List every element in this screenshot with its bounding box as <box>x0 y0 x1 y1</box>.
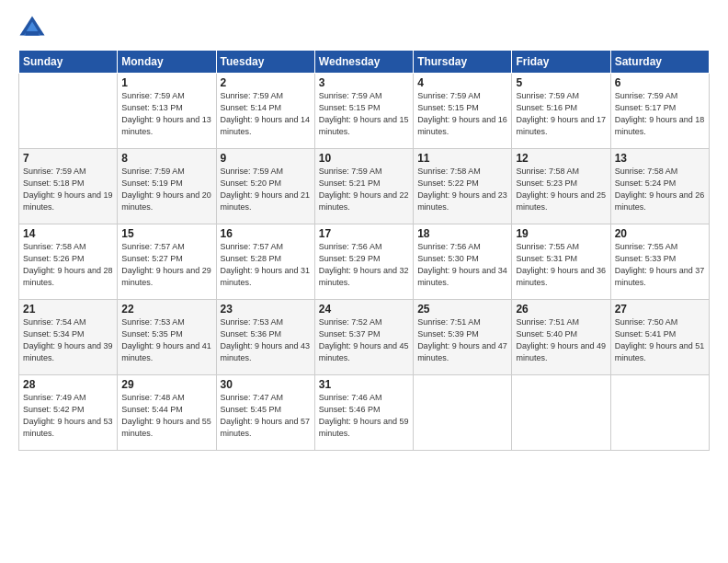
day-number: 18 <box>417 227 507 240</box>
day-number: 17 <box>319 227 409 240</box>
day-info: Sunrise: 7:59 AMSunset: 5:19 PMDaylight:… <box>121 166 211 213</box>
weekday-header-tuesday: Tuesday <box>216 51 314 74</box>
day-info: Sunrise: 7:59 AMSunset: 5:15 PMDaylight:… <box>319 90 409 138</box>
day-number: 2 <box>221 76 311 89</box>
day-number: 25 <box>417 303 507 316</box>
calendar-cell: 26Sunrise: 7:51 AMSunset: 5:40 PMDayligh… <box>512 300 610 375</box>
day-number: 8 <box>121 152 211 165</box>
weekday-header-monday: Monday <box>118 51 216 74</box>
day-info: Sunrise: 7:58 AMSunset: 5:26 PMDaylight:… <box>23 241 113 289</box>
calendar-cell: 5Sunrise: 7:59 AMSunset: 5:16 PMDaylight… <box>512 74 610 149</box>
day-info: Sunrise: 7:59 AMSunset: 5:17 PMDaylight:… <box>615 90 705 138</box>
calendar-cell: 21Sunrise: 7:54 AMSunset: 5:34 PMDayligh… <box>19 300 118 375</box>
calendar-cell: 7Sunrise: 7:59 AMSunset: 5:18 PMDaylight… <box>19 149 118 224</box>
day-number: 22 <box>121 303 211 316</box>
day-number: 6 <box>615 76 705 89</box>
day-number: 24 <box>319 303 409 316</box>
day-info: Sunrise: 7:46 AMSunset: 5:46 PMDaylight:… <box>319 392 409 440</box>
logo-icon <box>18 15 46 42</box>
calendar-cell: 31Sunrise: 7:46 AMSunset: 5:46 PMDayligh… <box>314 375 413 451</box>
calendar-cell: 3Sunrise: 7:59 AMSunset: 5:15 PMDaylight… <box>314 74 413 149</box>
day-info: Sunrise: 7:59 AMSunset: 5:16 PMDaylight:… <box>516 90 606 138</box>
day-number: 28 <box>23 378 113 391</box>
header <box>18 15 710 42</box>
day-info: Sunrise: 7:57 AMSunset: 5:27 PMDaylight:… <box>121 241 211 289</box>
weekday-header-sunday: Sunday <box>19 51 118 74</box>
day-info: Sunrise: 7:48 AMSunset: 5:44 PMDaylight:… <box>121 392 211 440</box>
day-info: Sunrise: 7:53 AMSunset: 5:35 PMDaylight:… <box>121 316 211 364</box>
calendar-cell: 15Sunrise: 7:57 AMSunset: 5:27 PMDayligh… <box>118 224 216 300</box>
day-number: 11 <box>417 152 507 165</box>
calendar-cell: 23Sunrise: 7:53 AMSunset: 5:36 PMDayligh… <box>216 300 314 375</box>
calendar-cell: 30Sunrise: 7:47 AMSunset: 5:45 PMDayligh… <box>216 375 314 451</box>
day-number: 29 <box>121 378 211 391</box>
day-info: Sunrise: 7:50 AMSunset: 5:41 PMDaylight:… <box>615 316 705 364</box>
day-number: 31 <box>319 378 409 391</box>
calendar-cell: 13Sunrise: 7:58 AMSunset: 5:24 PMDayligh… <box>610 149 709 224</box>
svg-rect-2 <box>26 31 40 36</box>
weekday-header-saturday: Saturday <box>610 51 709 74</box>
day-info: Sunrise: 7:56 AMSunset: 5:30 PMDaylight:… <box>417 241 507 289</box>
calendar-cell <box>610 375 709 451</box>
day-info: Sunrise: 7:59 AMSunset: 5:20 PMDaylight:… <box>221 166 311 213</box>
page: SundayMondayTuesdayWednesdayThursdayFrid… <box>0 0 728 563</box>
calendar-cell: 11Sunrise: 7:58 AMSunset: 5:22 PMDayligh… <box>414 149 512 224</box>
calendar-cell <box>414 375 512 451</box>
day-info: Sunrise: 7:49 AMSunset: 5:42 PMDaylight:… <box>23 392 113 440</box>
day-number: 4 <box>417 76 507 89</box>
calendar-cell: 27Sunrise: 7:50 AMSunset: 5:41 PMDayligh… <box>610 300 709 375</box>
calendar-cell: 4Sunrise: 7:59 AMSunset: 5:15 PMDaylight… <box>414 74 512 149</box>
logo <box>18 15 50 42</box>
day-number: 20 <box>615 227 705 240</box>
calendar-table: SundayMondayTuesdayWednesdayThursdayFrid… <box>18 50 710 451</box>
day-number: 5 <box>516 76 606 89</box>
day-info: Sunrise: 7:59 AMSunset: 5:15 PMDaylight:… <box>417 90 507 138</box>
calendar-cell: 14Sunrise: 7:58 AMSunset: 5:26 PMDayligh… <box>19 224 118 300</box>
day-info: Sunrise: 7:58 AMSunset: 5:24 PMDaylight:… <box>615 166 705 213</box>
calendar-cell: 8Sunrise: 7:59 AMSunset: 5:19 PMDaylight… <box>118 149 216 224</box>
calendar-cell: 24Sunrise: 7:52 AMSunset: 5:37 PMDayligh… <box>314 300 413 375</box>
day-info: Sunrise: 7:47 AMSunset: 5:45 PMDaylight:… <box>221 392 311 440</box>
day-number: 15 <box>121 227 211 240</box>
day-info: Sunrise: 7:58 AMSunset: 5:22 PMDaylight:… <box>417 166 507 213</box>
day-number: 7 <box>23 152 113 165</box>
day-number: 30 <box>221 378 311 391</box>
day-number: 14 <box>23 227 113 240</box>
day-number: 27 <box>615 303 705 316</box>
day-info: Sunrise: 7:51 AMSunset: 5:39 PMDaylight:… <box>417 316 507 364</box>
week-row-3: 14Sunrise: 7:58 AMSunset: 5:26 PMDayligh… <box>19 224 710 300</box>
day-number: 10 <box>319 152 409 165</box>
calendar-cell: 9Sunrise: 7:59 AMSunset: 5:20 PMDaylight… <box>216 149 314 224</box>
day-info: Sunrise: 7:54 AMSunset: 5:34 PMDaylight:… <box>23 316 113 364</box>
day-number: 1 <box>121 76 211 89</box>
day-info: Sunrise: 7:55 AMSunset: 5:33 PMDaylight:… <box>615 241 705 289</box>
day-info: Sunrise: 7:55 AMSunset: 5:31 PMDaylight:… <box>516 241 606 289</box>
weekday-header-wednesday: Wednesday <box>314 51 413 74</box>
day-info: Sunrise: 7:59 AMSunset: 5:21 PMDaylight:… <box>319 166 409 213</box>
day-number: 3 <box>319 76 409 89</box>
day-number: 16 <box>221 227 311 240</box>
calendar-cell: 25Sunrise: 7:51 AMSunset: 5:39 PMDayligh… <box>414 300 512 375</box>
day-info: Sunrise: 7:52 AMSunset: 5:37 PMDaylight:… <box>319 316 409 364</box>
calendar-cell: 22Sunrise: 7:53 AMSunset: 5:35 PMDayligh… <box>118 300 216 375</box>
day-number: 21 <box>23 303 113 316</box>
weekday-header-friday: Friday <box>512 51 610 74</box>
week-row-4: 21Sunrise: 7:54 AMSunset: 5:34 PMDayligh… <box>19 300 710 375</box>
week-row-5: 28Sunrise: 7:49 AMSunset: 5:42 PMDayligh… <box>19 375 710 451</box>
day-info: Sunrise: 7:53 AMSunset: 5:36 PMDaylight:… <box>221 316 311 364</box>
weekday-header-row: SundayMondayTuesdayWednesdayThursdayFrid… <box>19 51 710 74</box>
calendar-cell: 20Sunrise: 7:55 AMSunset: 5:33 PMDayligh… <box>610 224 709 300</box>
day-info: Sunrise: 7:51 AMSunset: 5:40 PMDaylight:… <box>516 316 606 364</box>
weekday-header-thursday: Thursday <box>414 51 512 74</box>
day-info: Sunrise: 7:57 AMSunset: 5:28 PMDaylight:… <box>221 241 311 289</box>
day-number: 19 <box>516 227 606 240</box>
calendar-cell: 6Sunrise: 7:59 AMSunset: 5:17 PMDaylight… <box>610 74 709 149</box>
week-row-2: 7Sunrise: 7:59 AMSunset: 5:18 PMDaylight… <box>19 149 710 224</box>
day-info: Sunrise: 7:59 AMSunset: 5:13 PMDaylight:… <box>121 90 211 138</box>
calendar-cell <box>512 375 610 451</box>
day-number: 9 <box>221 152 311 165</box>
day-info: Sunrise: 7:56 AMSunset: 5:29 PMDaylight:… <box>319 241 409 289</box>
day-number: 26 <box>516 303 606 316</box>
day-number: 13 <box>615 152 705 165</box>
calendar-cell: 16Sunrise: 7:57 AMSunset: 5:28 PMDayligh… <box>216 224 314 300</box>
